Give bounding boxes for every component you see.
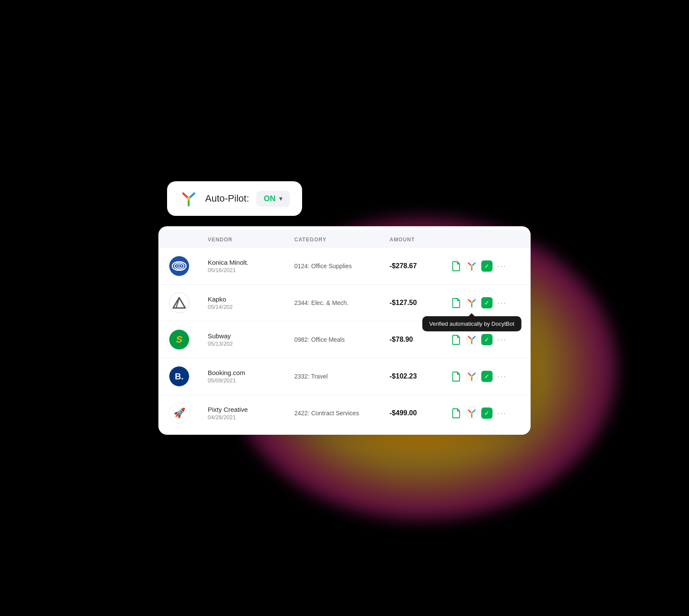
docyt-bot-icon[interactable]: Verified automatically by DocytBot — [466, 297, 478, 309]
vendor-date: 05/16/2021 — [208, 267, 294, 273]
autopilot-card: Auto-Pilot: ON ▾ — [167, 181, 302, 216]
table-row: Kapko 05/14/202 2344: Elec. & Mech. -$12… — [158, 285, 531, 321]
svg-point-20 — [471, 302, 473, 304]
document-icon[interactable] — [450, 297, 462, 309]
svg-point-35 — [471, 412, 473, 414]
vendor-logo-pixty: 🚀 — [169, 403, 190, 424]
vendor-logo-booking: B. — [169, 366, 190, 387]
row-actions: ✓ ··· — [450, 370, 520, 382]
table-row: S Subway 05/13/202 0982: Office Meals -$… — [158, 321, 531, 358]
docyt-bot-icon[interactable] — [466, 407, 478, 419]
more-options-icon[interactable]: ··· — [496, 297, 508, 309]
verified-check-icon[interactable]: ✓ — [481, 297, 493, 308]
table-row: B. Booking.com 05/09/2021 2332: Travel -… — [158, 358, 531, 395]
docyt-bot-icon[interactable] — [466, 334, 478, 346]
vendor-date: 05/09/2021 — [208, 377, 294, 384]
vendor-date: 05/14/202 — [208, 304, 294, 310]
vendor-info-pixty: Pixty Creative 04/28/2021 — [208, 406, 294, 420]
docyt-bot-icon[interactable] — [466, 370, 478, 382]
row-actions: ✓ ··· — [450, 260, 520, 272]
row-actions: ✓ ··· — [450, 407, 520, 419]
autopilot-status: ON — [264, 194, 276, 203]
autopilot-toggle[interactable]: ON ▾ — [256, 191, 290, 207]
main-container: Auto-Pilot: ON ▾ VENDOR CATEGORY AMOUNT — [158, 181, 531, 435]
vendor-logo-kapko — [169, 292, 190, 313]
vendor-info-kapko: Kapko 05/14/202 — [208, 295, 294, 310]
col-actions — [450, 237, 520, 243]
verified-check-icon[interactable]: ✓ — [481, 407, 493, 419]
col-vendor: VENDOR — [208, 237, 294, 243]
more-options-icon[interactable]: ··· — [496, 334, 508, 346]
document-icon[interactable] — [450, 407, 462, 419]
document-icon[interactable] — [450, 260, 462, 272]
verified-check-icon[interactable]: ✓ — [481, 371, 493, 382]
vendor-date: 05/13/202 — [208, 340, 294, 347]
more-options-icon[interactable]: ··· — [496, 370, 508, 382]
vendor-name: Booking.com — [208, 369, 294, 376]
table-row: 🚀 Pixty Creative 04/28/2021 2422: Contra… — [158, 395, 531, 431]
more-options-icon[interactable]: ··· — [496, 260, 508, 272]
svg-point-30 — [471, 375, 473, 378]
category-cell: 2332: Travel — [294, 373, 390, 380]
vendor-name: Kapko — [208, 295, 294, 303]
verified-check-icon[interactable]: ✓ — [481, 334, 493, 345]
vendor-info-subway: Subway 05/13/202 — [208, 332, 294, 347]
table-header: VENDOR CATEGORY AMOUNT — [158, 230, 531, 248]
svg-point-4 — [187, 197, 190, 200]
col-amount: AMOUNT — [390, 237, 450, 243]
svg-point-25 — [471, 339, 473, 341]
vendor-logo-konica — [169, 256, 190, 276]
transaction-table: VENDOR CATEGORY AMOUNT Konica Minolt. — [158, 226, 531, 435]
vendor-logo-subway: S — [169, 329, 190, 350]
vendor-name: Subway — [208, 332, 294, 340]
category-cell: 2344: Elec. & Mech. — [294, 299, 390, 306]
chevron-down-icon: ▾ — [279, 195, 282, 202]
vendor-name: Pixty Creative — [208, 406, 294, 413]
docyt-bot-icon[interactable] — [466, 260, 478, 272]
amount-cell: -$278.67 — [390, 262, 450, 270]
vendor-name: Konica Minolt. — [208, 259, 294, 266]
svg-point-13 — [471, 265, 473, 267]
col-logo — [169, 237, 208, 243]
col-category: CATEGORY — [294, 237, 390, 243]
docyt-logo — [179, 189, 198, 208]
category-cell: 0124: Office Supplies — [294, 263, 390, 270]
amount-cell: -$499.00 — [390, 409, 450, 417]
vendor-date: 04/28/2021 — [208, 414, 294, 420]
more-options-icon[interactable]: ··· — [496, 407, 508, 419]
document-icon[interactable] — [450, 334, 462, 346]
category-cell: 0982: Office Meals — [294, 336, 390, 343]
autopilot-label: Auto-Pilot: — [205, 193, 249, 204]
amount-cell: -$127.50 — [390, 299, 450, 307]
amount-cell: -$78.90 — [390, 336, 450, 343]
document-icon[interactable] — [450, 370, 462, 382]
vendor-info-booking: Booking.com 05/09/2021 — [208, 369, 294, 384]
category-cell: 2422: Contract Services — [294, 410, 390, 417]
table-row: Konica Minolt. 05/16/2021 0124: Office S… — [158, 248, 531, 285]
row-actions: ✓ ··· — [450, 334, 520, 346]
verified-check-icon[interactable]: ✓ — [481, 260, 493, 272]
svg-point-8 — [178, 266, 180, 267]
vendor-info-konica: Konica Minolt. 05/16/2021 — [208, 259, 294, 273]
row-actions: Verified automatically by DocytBot ✓ ··· — [450, 297, 520, 309]
amount-cell: -$102.23 — [390, 372, 450, 380]
